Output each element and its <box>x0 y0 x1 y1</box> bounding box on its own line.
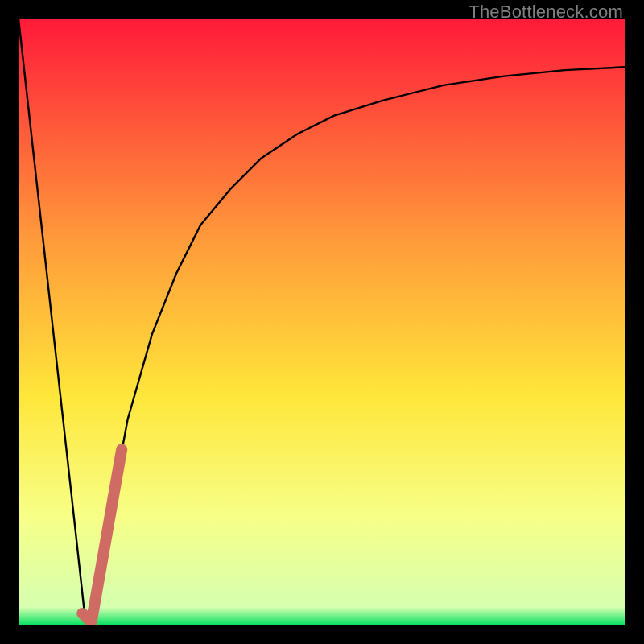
outer-frame: TheBottleneck.com <box>0 0 644 644</box>
chart-canvas <box>19 19 625 625</box>
plot-area <box>19 19 625 625</box>
